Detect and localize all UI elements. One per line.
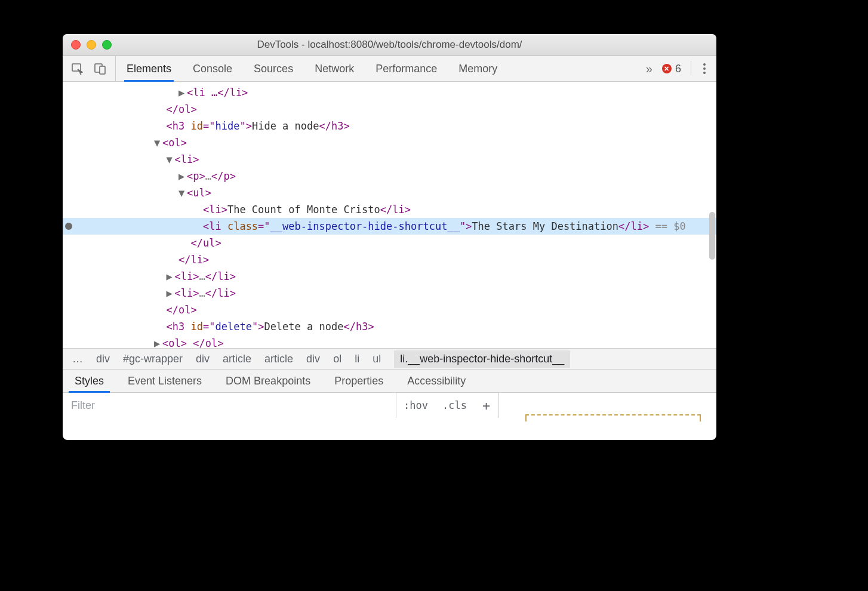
dom-line[interactable]: </ul> xyxy=(63,235,716,251)
dom-line[interactable]: </ol> xyxy=(63,101,716,118)
crumb-div[interactable]: div xyxy=(96,353,110,365)
box-model-pane xyxy=(498,393,716,418)
crumb-article[interactable]: article xyxy=(264,353,293,365)
sidebar-tabs: Styles Event Listeners DOM Breakpoints P… xyxy=(63,369,716,393)
panel-tabs: Elements Console Sources Network Perform… xyxy=(116,56,508,81)
dom-line[interactable]: ▼<ul> xyxy=(63,184,716,201)
subtab-properties[interactable]: Properties xyxy=(322,370,395,392)
styles-filter-input[interactable] xyxy=(63,393,396,418)
tab-performance[interactable]: Performance xyxy=(365,56,448,81)
crumb-gc-wrapper[interactable]: #gc-wrapper xyxy=(123,353,183,365)
styles-toolbar: :hov .cls + xyxy=(63,393,716,418)
tab-memory[interactable]: Memory xyxy=(448,56,508,81)
crumb-ellipsis[interactable]: … xyxy=(72,353,83,365)
margin-box-outline xyxy=(525,414,701,421)
tabs-overflow-button[interactable]: » xyxy=(646,62,652,76)
error-count: 6 xyxy=(675,63,681,75)
dom-line[interactable]: ▼<li> xyxy=(63,151,716,168)
styles-buttons: :hov .cls + xyxy=(396,393,498,418)
crumb-div[interactable]: div xyxy=(306,353,320,365)
dom-line-selected[interactable]: <li class="__web-inspector-hide-shortcut… xyxy=(63,218,716,235)
subtab-accessibility[interactable]: Accessibility xyxy=(395,370,478,392)
dom-line[interactable]: ▶<p>…</p> xyxy=(63,168,716,184)
subtab-event-listeners[interactable]: Event Listeners xyxy=(116,370,214,392)
crumb-article[interactable]: article xyxy=(223,353,251,365)
dom-line[interactable]: <li>The Count of Monte Cristo</li> xyxy=(63,201,716,218)
tab-elements[interactable]: Elements xyxy=(116,56,182,81)
device-toggle-icon[interactable] xyxy=(94,62,107,75)
svg-rect-2 xyxy=(100,66,105,74)
dom-line[interactable]: ▶<li>…</li> xyxy=(63,285,716,301)
dom-line[interactable]: ▶<ol> </ol> xyxy=(63,335,716,348)
dom-line[interactable]: </li> xyxy=(63,251,716,268)
dom-line[interactable]: ▶<li …</li> xyxy=(63,84,716,101)
toolbar-left xyxy=(63,56,116,81)
dom-line[interactable]: <h3 id="delete">Delete a node</h3> xyxy=(63,318,716,335)
hov-button[interactable]: :hov xyxy=(396,399,435,411)
dom-breadcrumb: … div #gc-wrapper div article article di… xyxy=(63,348,716,369)
crumb-li[interactable]: li xyxy=(355,353,359,365)
devtools-window: DevTools - localhost:8080/web/tools/chro… xyxy=(63,34,716,440)
crumb-selected[interactable]: li.__web-inspector-hide-shortcut__ xyxy=(394,350,570,368)
subtab-dom-breakpoints[interactable]: DOM Breakpoints xyxy=(214,370,322,392)
tab-network[interactable]: Network xyxy=(304,56,365,81)
tab-console[interactable]: Console xyxy=(182,56,243,81)
dom-line[interactable]: ▶<li>…</li> xyxy=(63,268,716,285)
subtab-styles[interactable]: Styles xyxy=(63,370,116,392)
cls-button[interactable]: .cls xyxy=(435,399,474,411)
dom-line[interactable]: ▼<ol> xyxy=(63,134,716,151)
main-toolbar: Elements Console Sources Network Perform… xyxy=(63,56,716,82)
settings-menu-button[interactable] xyxy=(701,63,708,74)
toolbar-divider xyxy=(691,61,691,76)
inspect-icon[interactable] xyxy=(71,62,84,75)
dom-tree-panel[interactable]: ▶<li …</li> </ol> <h3 id="hide">Hide a n… xyxy=(63,82,716,348)
tab-sources[interactable]: Sources xyxy=(243,56,304,81)
window-title: DevTools - localhost:8080/web/tools/chro… xyxy=(63,39,716,51)
dom-line[interactable]: <h3 id="hide">Hide a node</h3> xyxy=(63,118,716,134)
toolbar-right: » ✕ 6 xyxy=(638,56,716,81)
error-icon: ✕ xyxy=(662,64,672,73)
hidden-node-indicator-icon xyxy=(65,223,72,230)
crumb-div[interactable]: div xyxy=(196,353,210,365)
new-style-rule-button[interactable]: + xyxy=(474,398,498,413)
titlebar: DevTools - localhost:8080/web/tools/chro… xyxy=(63,34,716,56)
dom-line[interactable]: </ol> xyxy=(63,301,716,318)
vertical-scrollbar[interactable] xyxy=(709,212,715,260)
error-badge[interactable]: ✕ 6 xyxy=(662,63,681,75)
crumb-ol[interactable]: ol xyxy=(333,353,341,365)
crumb-ul[interactable]: ul xyxy=(373,353,381,365)
